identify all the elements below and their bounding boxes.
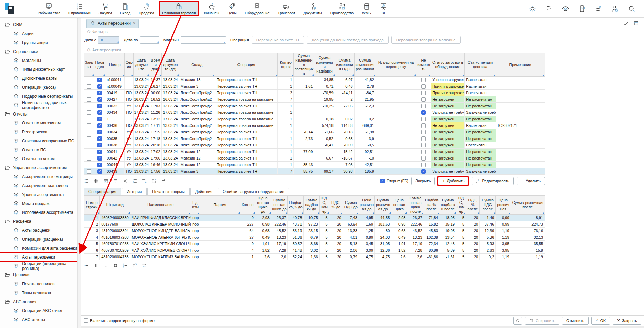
- sidebar-item[interactable]: Операции АВС-отчет: [0, 306, 77, 315]
- checkbox[interactable]: [87, 130, 91, 134]
- theme-icon[interactable]: [528, 4, 537, 13]
- spec-row[interactable]: 54607807010285ЧАЙ ХЭЙЛИС КРЕПКИЙ СЛОН ЧЕ…: [84, 240, 545, 247]
- topbar-item-equipment[interactable]: Оборудование: [243, 2, 272, 15]
- column-header[interactable]: Партия: [200, 195, 240, 214]
- checkbox[interactable]: [97, 169, 102, 174]
- acts-row[interactable]: 00427ПО16.03.2416:5216.03.24ЛюксСофтТрей…: [84, 96, 545, 102]
- operation-filter-button[interactable]: Переоценка за счет ТН: [252, 36, 304, 44]
- acts-row[interactable]: 00436ПО13.03.2417:1113.03.24ЛюксСофтТрей…: [84, 122, 545, 129]
- column-header[interactable]: НДС, номер: [456, 195, 466, 214]
- checkbox[interactable]: [421, 91, 426, 95]
- topbar-item-transport[interactable]: Транспорт: [275, 2, 298, 15]
- sidebar-item[interactable]: Магазины: [0, 56, 77, 65]
- sidebar-folder-5[interactable]: Ценники: [0, 271, 77, 280]
- tab-acts-revaluation[interactable]: Акты переоценки ×: [86, 19, 139, 28]
- sidebar-item[interactable]: Места продаж: [0, 199, 77, 208]
- column-header[interactable]: Ед. изм: [191, 195, 200, 214]
- column-header[interactable]: Штрихкод: [100, 195, 130, 214]
- checkbox[interactable]: [421, 136, 426, 141]
- tab-close-icon[interactable]: ×: [133, 21, 135, 26]
- detail-tab-2[interactable]: История: [122, 188, 147, 195]
- flag-icon[interactable]: [545, 4, 553, 13]
- column-header[interactable]: № распоряжения на переоценку: [376, 53, 416, 77]
- spec-row[interactable]: 34810206003394МОРОЖЕНОЕ КИНДЕР ВАНИЛЬ 95…: [84, 227, 545, 234]
- sidebar-item[interactable]: Подарочные сертификаты: [0, 92, 77, 101]
- topbar-item-wms[interactable]: WMS: [360, 2, 373, 15]
- column-header[interactable]: Дата документа: [134, 53, 149, 77]
- checkbox[interactable]: [87, 84, 91, 89]
- checkbox[interactable]: [84, 318, 88, 323]
- checkbox[interactable]: [87, 156, 91, 161]
- sync-icon[interactable]: [141, 263, 147, 269]
- menu-icon[interactable]: [84, 178, 89, 184]
- checkbox[interactable]: [87, 97, 91, 102]
- sidebar-item[interactable]: Группы акций: [0, 38, 77, 47]
- sidebar-item[interactable]: АВС-отчеты: [0, 315, 77, 324]
- expand-icon[interactable]: [633, 20, 639, 26]
- grid-icon[interactable]: [93, 263, 99, 269]
- checkbox[interactable]: [421, 123, 426, 128]
- open-f6-checkbox[interactable]: Открыт (F6): [380, 179, 408, 183]
- detail-tab-5[interactable]: Ошибки загрузки в оборудование: [218, 188, 289, 195]
- sidebar-item[interactable]: Отчеты по чекам: [0, 154, 77, 163]
- topbar-item-production[interactable]: Производство: [328, 2, 356, 15]
- edit-button[interactable]: Редактировать: [472, 177, 513, 185]
- checkbox[interactable]: [421, 143, 426, 147]
- checkbox[interactable]: [97, 97, 102, 102]
- sidebar-item[interactable]: Акты переоценки: [0, 253, 77, 262]
- edit-pencil-icon[interactable]: [623, 20, 629, 26]
- delete-button[interactable]: −Удалить: [517, 177, 545, 185]
- checkbox[interactable]: [87, 169, 91, 174]
- checkbox[interactable]: [87, 117, 91, 121]
- column-header[interactable]: Сумма НДС после: [480, 195, 496, 214]
- spec-row[interactable]: 74810206004735МОРОЖЕНОЕ КАПРИЗ ВАНИЛЬ С …: [84, 253, 545, 260]
- acts-row[interactable]: 00044УУ13.03.2416:4613.03.24Магазин 12Пе…: [84, 161, 545, 168]
- sidebar-item[interactable]: Дисконтные карты: [0, 74, 77, 83]
- sidebar-item[interactable]: Акции: [0, 29, 77, 38]
- grid-icon[interactable]: [93, 178, 99, 184]
- column-header[interactable]: Время доку: [149, 53, 162, 77]
- checkbox[interactable]: [87, 91, 91, 95]
- filter-icon[interactable]: [103, 263, 109, 269]
- checkbox[interactable]: [97, 110, 102, 115]
- checkbox[interactable]: [421, 78, 426, 82]
- column-header[interactable]: Наименование: [130, 195, 191, 214]
- sidebar-item[interactable]: Списания испорченных ПС: [0, 136, 77, 145]
- column-header[interactable]: Кол-во: [240, 195, 255, 214]
- column-header[interactable]: Сумма надбавки до: [304, 195, 319, 214]
- sidebar-item[interactable]: Отчет по ПС: [0, 145, 77, 154]
- mobile-chat-icon[interactable]: [578, 4, 586, 13]
- collapse-icon[interactable]: ⊖: [87, 47, 91, 52]
- sync-icon[interactable]: [161, 178, 167, 184]
- checkbox[interactable]: [87, 163, 91, 167]
- operation-filter-button[interactable]: Дооценка до цены последнего прихода: [307, 36, 389, 44]
- sidebar-folder-4[interactable]: Расценка: [0, 217, 77, 226]
- column-header[interactable]: Примечание: [496, 53, 545, 77]
- column-header[interactable]: Склад: [179, 53, 215, 77]
- sidebar-item[interactable]: Ассортиментные матрицы: [0, 172, 77, 181]
- sidebar-item[interactable]: Типы дисконтных карт: [0, 65, 77, 74]
- checkbox[interactable]: [421, 130, 426, 134]
- topbar-item-documents[interactable]: Документы: [301, 2, 324, 15]
- acts-row[interactable]: 00035УУ13.03.2417:1813.03.24ЛюксСофтТрей…: [84, 135, 545, 142]
- splitter[interactable]: [78, 18, 81, 328]
- close-form-button[interactable]: ✕Закрыть: [613, 317, 641, 325]
- column-header[interactable]: Номер строки: [84, 195, 100, 214]
- topbar-item-warehouse[interactable]: Склад: [118, 2, 133, 15]
- topbar-item-desktop[interactable]: Рабочий стол: [35, 2, 63, 15]
- column-header[interactable]: Не изменять: [416, 53, 431, 77]
- topbar-item-sales[interactable]: Продажи: [136, 2, 156, 15]
- sidebar-item[interactable]: Исполнения ассортимента: [0, 208, 77, 217]
- column-header[interactable]: Сумма розничная после: [511, 195, 545, 214]
- sidebar-item[interactable]: Типы ценников: [0, 288, 77, 297]
- acts-row[interactable]: 00032УУ13.03.2411:0313.03.24ЛюксСофтТрей…: [84, 102, 545, 109]
- acts-row[interactable]: 00439ПО13.03.2417:5613.03.24Магазин 3Пер…: [84, 168, 545, 174]
- topbar-item-directory[interactable]: Справочники: [66, 2, 93, 15]
- checkbox[interactable]: [97, 84, 102, 89]
- checkbox[interactable]: [421, 156, 426, 161]
- column-header[interactable]: Закрыт: [84, 53, 94, 77]
- checkbox[interactable]: [380, 179, 385, 183]
- checkbox[interactable]: [87, 136, 91, 141]
- export-icon[interactable]: [132, 263, 138, 269]
- column-header[interactable]: Надбавка,% до: [288, 195, 304, 214]
